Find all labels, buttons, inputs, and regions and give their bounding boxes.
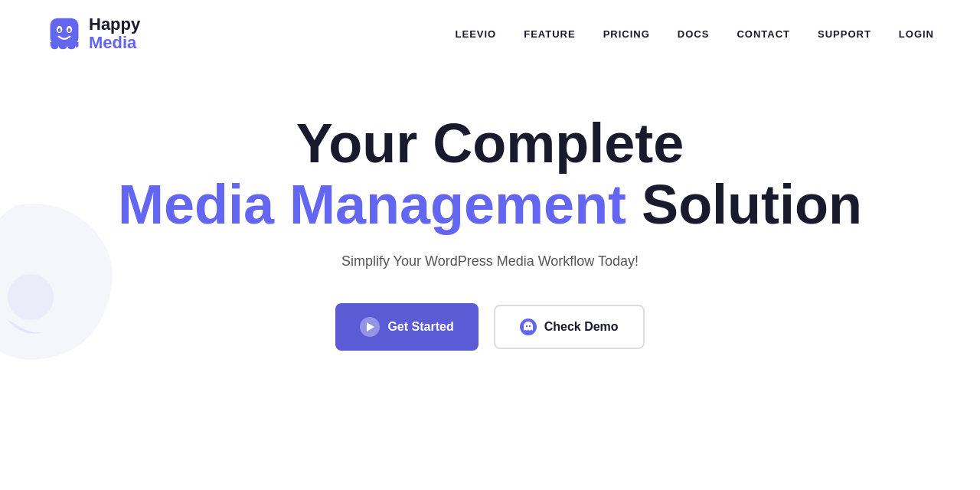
play-triangle-icon	[367, 322, 374, 332]
svg-point-5	[8, 274, 54, 320]
decorative-blob-left	[0, 198, 122, 366]
hero-title-highlight: Media Management	[118, 174, 626, 235]
hero-title: Your Complete Media Management Solution	[118, 113, 862, 234]
logo-icon	[46, 15, 83, 52]
hero-buttons: Get Started Check Demo	[335, 303, 644, 351]
header: Happy Media LEEVIO FEATURE PRICING DOCS …	[0, 0, 980, 67]
get-started-button[interactable]: Get Started	[335, 303, 478, 351]
hero-subtitle: Simplify Your WordPress Media Workflow T…	[341, 253, 639, 270]
logo-happy-text: Happy	[89, 15, 140, 34]
hero-section: Your Complete Media Management Solution …	[0, 67, 980, 381]
nav-support[interactable]: SUPPORT	[818, 28, 871, 40]
nav-feature[interactable]: FEATURE	[524, 28, 575, 40]
svg-point-4	[68, 28, 71, 32]
hero-title-line1: Your Complete	[296, 113, 684, 174]
svg-rect-0	[51, 18, 79, 45]
play-icon	[360, 317, 380, 337]
hero-title-line2: Solution	[642, 174, 862, 235]
nav-docs[interactable]: DOCS	[678, 28, 710, 40]
svg-point-7	[528, 325, 530, 327]
check-demo-label: Check Demo	[544, 320, 619, 334]
svg-point-3	[58, 28, 61, 32]
demo-ghost-icon	[520, 318, 537, 335]
ghost-svg-icon	[522, 321, 534, 333]
nav-contact[interactable]: CONTACT	[737, 28, 790, 40]
get-started-label: Get Started	[387, 320, 453, 334]
main-nav: LEEVIO FEATURE PRICING DOCS CONTACT SUPP…	[456, 28, 934, 40]
nav-leevio[interactable]: LEEVIO	[456, 28, 497, 40]
logo-link[interactable]: Happy Media	[46, 15, 140, 52]
logo-media-text: Media	[89, 34, 140, 52]
svg-point-6	[525, 325, 527, 327]
check-demo-button[interactable]: Check Demo	[494, 305, 645, 349]
nav-login[interactable]: LOGIN	[899, 28, 934, 40]
nav-pricing[interactable]: PRICING	[603, 28, 650, 40]
